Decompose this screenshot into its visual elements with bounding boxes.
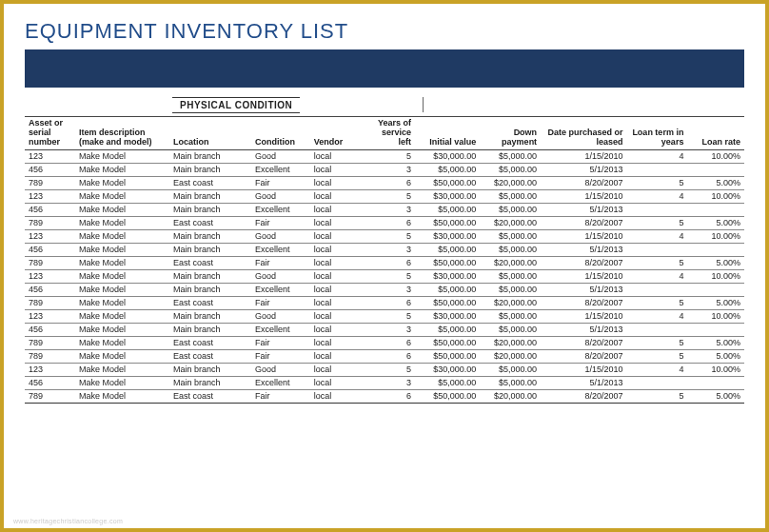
document-frame: EQUIPMENT INVENTORY LIST PHYSICAL CONDIT… xyxy=(0,0,769,532)
table-row: 123Make ModelMain branchGoodlocal5$30,00… xyxy=(25,189,744,203)
document-inner: EQUIPMENT INVENTORY LIST PHYSICAL CONDIT… xyxy=(4,4,765,413)
cell-desc: Make Model xyxy=(75,176,169,189)
cell-down: $5,000.00 xyxy=(480,323,541,336)
cell-condition: Excellent xyxy=(251,203,310,216)
cell-rate: 5.00% xyxy=(687,389,744,403)
table-row: 789Make ModelEast coastFairlocal6$50,000… xyxy=(25,389,744,403)
col-header-down: Down payment xyxy=(480,117,541,150)
cell-date: 1/15/2010 xyxy=(541,309,626,323)
cell-asset: 123 xyxy=(25,269,75,283)
cell-date: 5/1/2013 xyxy=(541,163,626,176)
cell-desc: Make Model xyxy=(75,216,169,229)
cell-term xyxy=(626,163,687,176)
cell-desc: Make Model xyxy=(75,296,169,309)
cell-years: 6 xyxy=(368,176,414,189)
cell-vendor: local xyxy=(310,336,369,349)
cell-vendor: local xyxy=(310,376,369,389)
cell-desc: Make Model xyxy=(75,256,169,269)
cell-rate xyxy=(687,376,744,389)
cell-initial: $5,000.00 xyxy=(415,163,480,176)
cell-vendor: local xyxy=(310,363,369,376)
cell-condition: Fair xyxy=(251,176,310,189)
cell-down: $5,000.00 xyxy=(480,243,541,256)
cell-asset: 456 xyxy=(25,203,75,216)
cell-asset: 456 xyxy=(25,376,75,389)
cell-down: $5,000.00 xyxy=(480,363,541,376)
cell-location: East coast xyxy=(169,349,251,363)
cell-condition: Good xyxy=(251,149,310,163)
cell-years: 3 xyxy=(368,243,414,256)
cell-vendor: local xyxy=(310,296,369,309)
cell-initial: $5,000.00 xyxy=(415,376,480,389)
cell-date: 1/15/2010 xyxy=(541,189,626,203)
col-header-condition: Condition xyxy=(251,117,310,150)
cell-vendor: local xyxy=(310,256,369,269)
cell-years: 3 xyxy=(368,323,414,336)
cell-down: $5,000.00 xyxy=(480,269,541,283)
header-row: Asset or serial number Item description … xyxy=(25,117,744,150)
cell-date: 5/1/2013 xyxy=(541,243,626,256)
cell-rate: 5.00% xyxy=(687,256,744,269)
cell-asset: 789 xyxy=(25,349,75,363)
cell-location: Main branch xyxy=(169,149,251,163)
cell-term: 5 xyxy=(626,349,687,363)
cell-asset: 789 xyxy=(25,256,75,269)
section-header-row: PHYSICAL CONDITION xyxy=(25,97,744,114)
cell-location: Main branch xyxy=(169,229,251,243)
cell-down: $5,000.00 xyxy=(480,376,541,389)
cell-term: 5 xyxy=(626,256,687,269)
cell-desc: Make Model xyxy=(75,243,169,256)
cell-down: $5,000.00 xyxy=(480,189,541,203)
cell-vendor: local xyxy=(310,349,369,363)
cell-initial: $5,000.00 xyxy=(415,283,480,296)
table-row: 123Make ModelMain branchGoodlocal5$30,00… xyxy=(25,229,744,243)
cell-rate: 10.00% xyxy=(687,363,744,376)
cell-condition: Good xyxy=(251,309,310,323)
col-header-initial: Initial value xyxy=(415,117,480,150)
cell-condition: Good xyxy=(251,229,310,243)
cell-desc: Make Model xyxy=(75,389,169,403)
cell-date: 1/15/2010 xyxy=(541,269,626,283)
cell-desc: Make Model xyxy=(75,203,169,216)
col-header-asset: Asset or serial number xyxy=(25,117,75,150)
cell-condition: Fair xyxy=(251,349,310,363)
cell-term: 5 xyxy=(626,216,687,229)
cell-location: Main branch xyxy=(169,189,251,203)
cell-initial: $50,000.00 xyxy=(415,216,480,229)
cell-term xyxy=(626,283,687,296)
cell-desc: Make Model xyxy=(75,163,169,176)
cell-asset: 123 xyxy=(25,229,75,243)
cell-condition: Good xyxy=(251,363,310,376)
table-row: 456Make ModelMain branchExcellentlocal3$… xyxy=(25,283,744,296)
cell-vendor: local xyxy=(310,283,369,296)
cell-years: 5 xyxy=(368,149,414,163)
table-row: 123Make ModelMain branchGoodlocal5$30,00… xyxy=(25,269,744,283)
cell-desc: Make Model xyxy=(75,363,169,376)
cell-vendor: local xyxy=(310,389,369,403)
cell-rate: 5.00% xyxy=(687,216,744,229)
table-row: 789Make ModelEast coastFairlocal6$50,000… xyxy=(25,176,744,189)
cell-asset: 789 xyxy=(25,176,75,189)
cell-rate xyxy=(687,203,744,216)
cell-initial: $5,000.00 xyxy=(415,243,480,256)
cell-years: 3 xyxy=(368,163,414,176)
cell-term: 5 xyxy=(626,176,687,189)
cell-initial: $50,000.00 xyxy=(415,176,480,189)
table-row: 123Make ModelMain branchGoodlocal5$30,00… xyxy=(25,309,744,323)
cell-vendor: local xyxy=(310,229,369,243)
cell-years: 6 xyxy=(368,336,414,349)
cell-asset: 123 xyxy=(25,149,75,163)
cell-down: $20,000.00 xyxy=(480,176,541,189)
cell-condition: Fair xyxy=(251,256,310,269)
cell-condition: Fair xyxy=(251,296,310,309)
cell-vendor: local xyxy=(310,309,369,323)
cell-desc: Make Model xyxy=(75,336,169,349)
cell-desc: Make Model xyxy=(75,309,169,323)
col-header-location: Location xyxy=(169,117,251,150)
cell-asset: 789 xyxy=(25,296,75,309)
section-divider xyxy=(423,97,424,112)
cell-initial: $50,000.00 xyxy=(415,296,480,309)
cell-years: 6 xyxy=(368,256,414,269)
col-header-term: Loan term in years xyxy=(626,117,687,150)
cell-asset: 789 xyxy=(25,336,75,349)
